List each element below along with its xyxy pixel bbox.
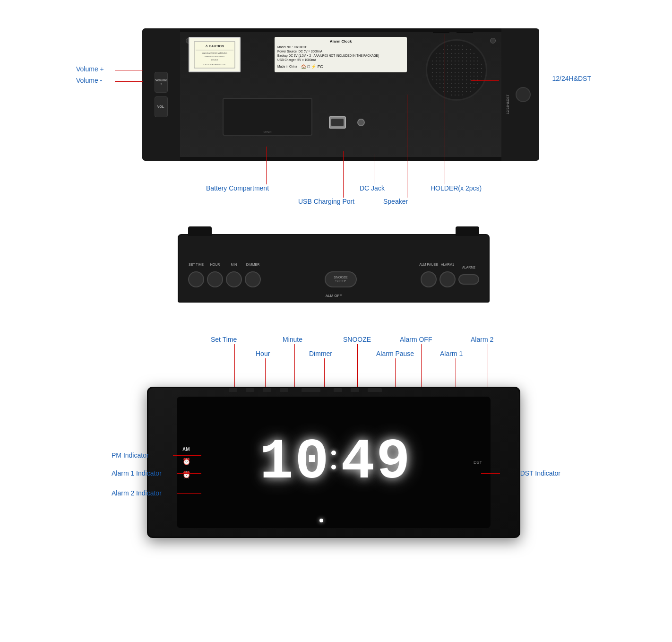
alarm-pause-front-label: Alarm Pause <box>376 350 414 357</box>
dst-indicator-label: DST Indicator <box>520 469 560 477</box>
dimmer-front-label: Dimmer <box>309 350 332 357</box>
alarm2-vline <box>488 344 488 387</box>
top-button-view: SET TIME HOUR MIN DIMMER <box>178 234 490 303</box>
svg-text:CR1001E ALARM CLOCK: CR1001E ALARM CLOCK <box>204 63 226 66</box>
dst-side-label: 12/24H&DST <box>506 95 509 114</box>
dst-ind-hline <box>481 473 500 474</box>
dc-vline <box>374 154 374 184</box>
vol-minus-line <box>115 81 143 82</box>
vol-plus-label: Volume + <box>155 78 167 86</box>
top-buttons-row <box>148 388 519 392</box>
top-btn-1[interactable] <box>229 388 237 392</box>
hour-front-label: Hour <box>256 350 270 357</box>
dimmer-vline <box>324 358 325 387</box>
min-label-top: MIN <box>231 263 237 266</box>
svg-text:READ BEFORE USING: READ BEFORE USING <box>205 55 224 58</box>
digit-1: 1 <box>259 434 291 491</box>
label-made-in: Made in China <box>277 64 297 69</box>
alarm2-label-top: ALARM2 <box>462 266 475 269</box>
volume-plus-button[interactable]: Volume + <box>155 72 168 93</box>
alm-off-label: ALM OFF <box>326 294 342 298</box>
bottom-center-dot <box>319 519 323 522</box>
dimmer-button[interactable] <box>245 271 261 287</box>
dimmer-wrapper: DIMMER <box>245 271 261 287</box>
left-side-panel: Volume + VOL- <box>142 28 180 161</box>
top-section: Volume + VOL- ⚠ CAUTION <box>76 14 596 217</box>
set-time-wrapper: SET TIME <box>188 271 204 287</box>
snooze-vline <box>357 344 358 387</box>
hour-label-top: HOUR <box>210 263 220 266</box>
dc-jack-annotation: DC Jack <box>360 184 385 192</box>
top-btn-6[interactable] <box>351 388 359 392</box>
vol-minus-label: VOL- <box>157 105 165 109</box>
alarm1-wrapper: ALARM1 <box>439 271 456 287</box>
hour-button[interactable] <box>207 271 223 287</box>
usb-charging-port <box>329 116 346 129</box>
set-time-label-top: SET TIME <box>189 263 204 266</box>
speaker-annotation: Speaker <box>383 198 408 205</box>
top-btn-7[interactable] <box>368 388 382 392</box>
alarm2-wrapper: ALARM2 <box>458 274 479 285</box>
alarm2-ind-hline <box>177 493 201 494</box>
set-time-button[interactable] <box>188 271 204 287</box>
svg-text:⚠ CAUTION: ⚠ CAUTION <box>205 44 224 48</box>
top-feet-right <box>456 226 479 236</box>
digit-3: 4 <box>341 434 372 491</box>
alarm2-indicator-icon: ⏰ <box>182 471 190 478</box>
vol-plus-line <box>115 70 143 70</box>
alarm1-ind-hline <box>177 473 201 474</box>
vol-plus-vline <box>143 65 143 77</box>
top-btn-5[interactable] <box>334 388 342 392</box>
dimmer-label-top: DIMMER <box>246 263 259 266</box>
hour-wrapper: HOUR <box>207 271 223 287</box>
alarm1-button-top[interactable] <box>439 271 456 287</box>
label-backup: Backup DC 3V (1.5V × 2 - AAA/LR03 NOT IN… <box>277 53 404 58</box>
alarm2-indicator-label: Alarm 2 Indicator <box>112 489 162 497</box>
minute-vline <box>294 344 295 387</box>
alm-pause-label-top: ALM PAUSE <box>419 263 438 266</box>
alarm-off-front-label: Alarm OFF <box>400 336 432 343</box>
top-btn-3[interactable] <box>263 388 271 392</box>
page-container: Volume + VOL- ⚠ CAUTION <box>0 0 672 619</box>
holder-clip-top-right <box>457 32 473 33</box>
alarm1-vline <box>456 358 456 387</box>
volume-minus-annotation: Volume - <box>76 77 102 84</box>
battery-compartment-annotation: Battery Compartment <box>206 184 269 192</box>
min-wrapper: MIN <box>226 271 242 287</box>
label-power: Power Source: DC 5V = 2000mA <box>277 49 404 53</box>
usb-port-inner <box>331 119 344 126</box>
svg-text:DEVICE: DEVICE <box>211 59 218 61</box>
holder-clip-top-right2 <box>433 32 449 33</box>
min-button[interactable] <box>226 271 242 287</box>
alm-pause-wrapper: ALM PAUSE <box>421 271 437 287</box>
bottom-section: Set Time Minute SNOOZE Alarm OFF Alarm 2… <box>112 336 560 610</box>
top-btn-4[interactable] <box>280 388 288 392</box>
set-time-front-label: Set Time <box>211 336 237 343</box>
volume-minus-button[interactable]: VOL- <box>155 96 168 117</box>
top-feet-left <box>188 226 212 236</box>
label-usb: USB Charger: 5V = 1000mA <box>277 58 404 62</box>
holder-vline <box>445 34 445 184</box>
speaker-grille <box>426 39 487 101</box>
alarm1-indicator-label: Alarm 1 Indicator <box>112 469 162 477</box>
snooze-front-label: SNOOZE <box>343 336 371 343</box>
vol-minus-vline <box>143 77 143 88</box>
hour-vline <box>265 358 266 387</box>
colon-dot-top <box>331 451 336 455</box>
screw-top-right <box>490 38 496 43</box>
battery-vline <box>266 147 267 184</box>
front-clock: AM ⏰ ⏰ 1 0 4 9 DST <box>147 387 520 538</box>
am-indicator: AM <box>182 447 190 452</box>
pm-hline <box>173 455 201 456</box>
top-btn-2[interactable] <box>246 388 254 392</box>
top-btn-snooze[interactable] <box>302 388 320 392</box>
svg-text:MANUFACTURER WARNING: MANUFACTURER WARNING <box>202 52 227 54</box>
product-label-sticker: Alarm Clock Model NO.: CR1001E Power Sou… <box>275 37 407 72</box>
alarm1-label-top: ALARM1 <box>441 263 454 266</box>
colon-dot-bottom <box>331 465 336 469</box>
alarm2-toggle-top[interactable] <box>458 274 479 285</box>
alm-pause-button[interactable] <box>421 271 437 287</box>
snooze-sleep-button[interactable]: SNOOZESLEEP <box>325 271 357 287</box>
speaker-vline <box>407 95 407 198</box>
dst-button[interactable] <box>516 87 531 102</box>
